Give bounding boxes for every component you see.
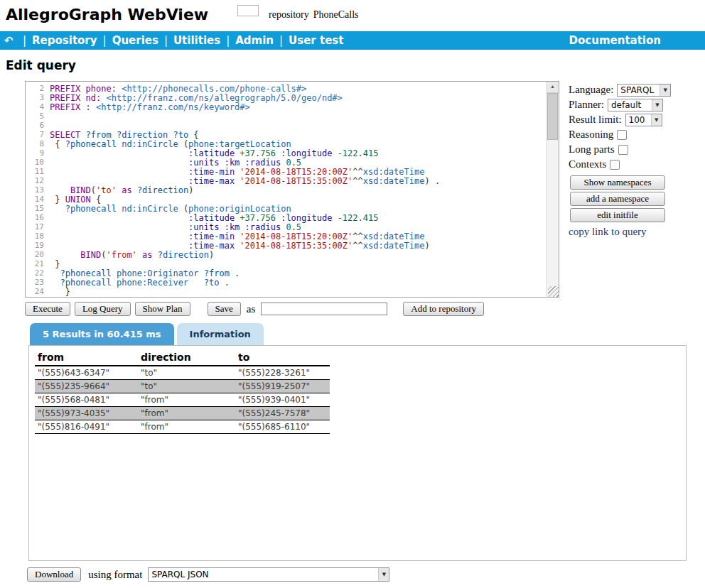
- line-number: 3: [26, 93, 50, 102]
- result-limit-label: Result limit:: [569, 114, 622, 126]
- language-select[interactable]: SPARQL▼: [617, 84, 671, 97]
- results-body: "(555)643-6347""to""(555)228-3261""(555)…: [35, 366, 330, 434]
- code-text: :time-max '2014-08-18T15:35:00Z'^^xsd:da…: [50, 176, 440, 185]
- code-text: SELECT ?from ?direction ?to {: [50, 130, 199, 139]
- code-text: :units :km :radius 0.5: [50, 158, 301, 167]
- results-tabs: 5 Results in 60.415 ms Information: [30, 323, 264, 345]
- code-text: :latitude +37.756 :longitude -122.415: [50, 148, 378, 158]
- code-text: BIND('to' as ?direction): [50, 185, 193, 195]
- copy-link-to-query[interactable]: copy link to query: [569, 226, 704, 238]
- table-cell: "(555)568-0481": [35, 393, 138, 407]
- show-plan-button[interactable]: Show Plan: [135, 302, 190, 316]
- line-number: 7: [26, 130, 50, 139]
- column-header-direction: direction: [138, 350, 235, 366]
- resize-grip-icon[interactable]: [548, 286, 559, 297]
- code-text: ?phonecall phone:Originator ?from .: [50, 268, 240, 278]
- chevron-down-icon: ▼: [651, 114, 662, 126]
- nav-item-admin[interactable]: Admin: [235, 34, 274, 47]
- nav-item-documentation[interactable]: Documentation: [569, 34, 661, 47]
- repository-name: PhoneCalls: [313, 9, 359, 21]
- code-line: 17 :units :km :radius 0.5: [26, 222, 559, 232]
- code-text: PREFIX : <http://franz.com/ns/keyword#>: [50, 102, 250, 111]
- editor-scrollbar[interactable]: ▲: [546, 82, 559, 297]
- table-row[interactable]: "(555)235-9664""to""(555)919-2507": [35, 380, 330, 393]
- planner-select[interactable]: default▼: [608, 99, 663, 111]
- table-row[interactable]: "(555)816-0491""from""(555)685-6110": [35, 420, 330, 434]
- reasoning-checkbox[interactable]: [617, 130, 627, 140]
- results-header-row: fromdirectionto: [35, 350, 330, 366]
- query-editor[interactable]: 2PREFIX phone: <http://phonecalls.com/ph…: [25, 81, 559, 298]
- nav-item-user-test[interactable]: User test: [289, 34, 343, 47]
- line-number: 10: [26, 158, 50, 167]
- scroll-up-icon[interactable]: ▲: [547, 82, 559, 93]
- planner-row: Planner: default▼: [569, 97, 704, 112]
- download-button[interactable]: Download: [27, 567, 81, 582]
- add-a-namespace-button[interactable]: add a namespace: [570, 192, 665, 206]
- table-row[interactable]: "(555)568-0481""from""(555)939-0401": [35, 393, 330, 407]
- table-cell: "(555)643-6347": [35, 366, 138, 380]
- line-number: 14: [26, 195, 50, 204]
- app-title: AllegroGraph WebView: [6, 6, 208, 23]
- code-text: BIND('from' as ?direction): [50, 250, 214, 259]
- query-name-input[interactable]: [261, 303, 387, 315]
- table-row[interactable]: "(555)643-6347""to""(555)228-3261": [35, 366, 330, 380]
- code-line: 19 :time-max '2014-08-18T15:35:00Z'^^xsd…: [26, 241, 559, 250]
- contexts-checkbox[interactable]: [610, 160, 620, 170]
- code-text: :units :km :radius 0.5: [50, 222, 301, 232]
- table-cell: "(555)685-6110": [235, 420, 330, 434]
- table-row[interactable]: "(555)973-4035""from""(555)245-7578": [35, 407, 330, 420]
- code-text: :latitude +37.756 :longitude -122.415: [50, 213, 378, 222]
- long-parts-checkbox[interactable]: [618, 145, 628, 155]
- editor-lines: 2PREFIX phone: <http://phonecalls.com/ph…: [26, 82, 559, 296]
- code-text: :time-min '2014-08-18T15:20:00Z'^^xsd:da…: [50, 232, 424, 241]
- nav-item-utilities[interactable]: Utilities: [173, 34, 220, 47]
- long-parts-row: Long parts: [569, 142, 704, 157]
- option-checkboxes: ReasoningLong partsContexts: [569, 127, 704, 172]
- back-icon[interactable]: ↶: [0, 31, 17, 50]
- scrollbar-thumb[interactable]: [547, 93, 558, 140]
- code-line: 8 { ?phonecall nd:inCircle (phone:target…: [26, 139, 559, 148]
- nav-items: |Repository|Queries|Utilities|Admin|User…: [17, 34, 343, 47]
- code-text: ?phonecall nd:inCircle (phone:originLoca…: [50, 204, 291, 213]
- header-small-field[interactable]: [237, 5, 259, 16]
- download-bar: Download using format SPARQL JSON▼: [27, 567, 389, 582]
- using-format-label: using format: [88, 569, 142, 581]
- code-line: 23 ?phonecall phone:Receiver ?to .: [26, 278, 559, 287]
- add-to-repository-button[interactable]: Add to repository: [403, 302, 484, 316]
- nav-item-queries[interactable]: Queries: [112, 34, 158, 47]
- save-button[interactable]: Save: [208, 302, 241, 316]
- show-namespaces-button[interactable]: Show namespaces: [570, 175, 665, 190]
- code-line: 22 ?phonecall phone:Originator ?from .: [26, 268, 559, 278]
- code-line: 12 :time-max '2014-08-18T15:35:00Z'^^xsd…: [26, 176, 559, 185]
- contexts-label: Contexts: [569, 158, 606, 170]
- app-header: AllegroGraph WebView repository PhoneCal…: [0, 0, 705, 31]
- code-line: 16 :latitude +37.756 :longitude -122.415: [26, 213, 559, 222]
- code-line: 6: [26, 121, 559, 130]
- code-text: }: [50, 287, 70, 296]
- code-text: } UNION {: [50, 195, 101, 204]
- execute-button[interactable]: Execute: [25, 302, 70, 316]
- table-cell: "(555)919-2507": [235, 380, 330, 393]
- line-number: 20: [26, 250, 50, 259]
- code-text: :time-max '2014-08-18T15:35:00Z'^^xsd:da…: [50, 241, 430, 250]
- table-cell: "from": [138, 407, 235, 420]
- reasoning-label: Reasoning: [569, 129, 613, 141]
- tab-results[interactable]: 5 Results in 60.415 ms: [30, 323, 174, 345]
- language-row: Language: SPARQL▼: [569, 82, 704, 97]
- table-cell: "(555)939-0401": [235, 393, 330, 407]
- code-text: PREFIX phone: <http://phonecalls.com/pho…: [50, 84, 306, 93]
- line-number: 12: [26, 176, 50, 185]
- tab-information[interactable]: Information: [177, 323, 264, 345]
- log-query-button[interactable]: Log Query: [75, 302, 131, 316]
- result-limit-select[interactable]: 100▼: [625, 114, 662, 126]
- line-number: 4: [26, 102, 50, 111]
- format-select[interactable]: SPARQL JSON▼: [148, 567, 389, 582]
- query-options-sidebar: Language: SPARQL▼ Planner: default▼ Resu…: [569, 82, 704, 238]
- nav-separator: |: [226, 34, 230, 47]
- nav-item-repository[interactable]: Repository: [32, 34, 97, 47]
- line-number: 15: [26, 204, 50, 213]
- line-number: 17: [26, 222, 50, 232]
- code-line: 20 BIND('from' as ?direction): [26, 250, 559, 259]
- code-line: 21 }: [26, 259, 559, 268]
- edit-initfile-button[interactable]: edit initfile: [570, 208, 665, 222]
